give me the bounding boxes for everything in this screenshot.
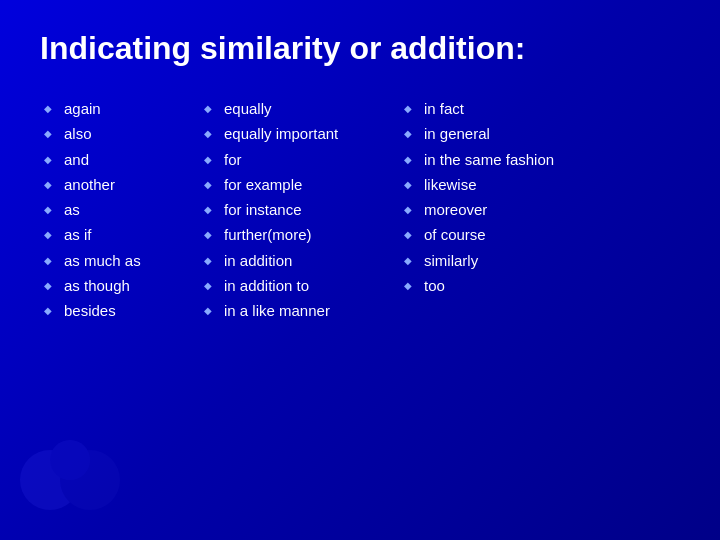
list-item: ◆for example <box>200 173 400 196</box>
list-item: ◆also <box>40 122 200 145</box>
item-label: as <box>64 198 80 221</box>
item-label: in a like manner <box>224 299 330 322</box>
column-3: ◆in fact◆in general◆in the same fashion◆… <box>400 97 600 299</box>
bullet-icon: ◆ <box>40 128 56 139</box>
bullet-icon: ◆ <box>200 179 216 190</box>
item-label: moreover <box>424 198 487 221</box>
item-label: in the same fashion <box>424 148 554 171</box>
item-label: of course <box>424 223 486 246</box>
bullet-icon: ◆ <box>400 204 416 215</box>
decorative-shape <box>20 440 140 520</box>
item-label: for instance <box>224 198 302 221</box>
bullet-icon: ◆ <box>40 204 56 215</box>
item-label: further(more) <box>224 223 312 246</box>
item-label: again <box>64 97 101 120</box>
list-item: ◆for <box>200 148 400 171</box>
bullet-icon: ◆ <box>40 229 56 240</box>
bullet-icon: ◆ <box>400 229 416 240</box>
item-label: equally important <box>224 122 338 145</box>
list-item: ◆further(more) <box>200 223 400 246</box>
bullet-icon: ◆ <box>400 154 416 165</box>
list-item: ◆in the same fashion <box>400 148 600 171</box>
columns-container: ◆again◆also◆and◆another◆as◆as if◆as much… <box>40 97 680 324</box>
bullet-icon: ◆ <box>40 305 56 316</box>
list-item: ◆in a like manner <box>200 299 400 322</box>
bullet-icon: ◆ <box>200 305 216 316</box>
list-item: ◆as <box>40 198 200 221</box>
list-item: ◆another <box>40 173 200 196</box>
slide-title: Indicating similarity or addition: <box>40 30 680 67</box>
list-item: ◆equally important <box>200 122 400 145</box>
list-item: ◆as if <box>40 223 200 246</box>
item-label: for <box>224 148 242 171</box>
item-label: too <box>424 274 445 297</box>
item-label: also <box>64 122 92 145</box>
item-label: another <box>64 173 115 196</box>
item-label: likewise <box>424 173 477 196</box>
bullet-icon: ◆ <box>200 280 216 291</box>
list-item: ◆as though <box>40 274 200 297</box>
bullet-icon: ◆ <box>200 255 216 266</box>
bullet-icon: ◆ <box>400 103 416 114</box>
item-label: equally <box>224 97 272 120</box>
list-item: ◆too <box>400 274 600 297</box>
list-item: ◆moreover <box>400 198 600 221</box>
bullet-icon: ◆ <box>200 154 216 165</box>
bullet-icon: ◆ <box>40 280 56 291</box>
item-label: as if <box>64 223 92 246</box>
bullet-icon: ◆ <box>400 179 416 190</box>
list-item: ◆in addition to <box>200 274 400 297</box>
slide: Indicating similarity or addition: ◆agai… <box>0 0 720 540</box>
list-item: ◆similarly <box>400 249 600 272</box>
list-item: ◆again <box>40 97 200 120</box>
item-label: in fact <box>424 97 464 120</box>
item-label: similarly <box>424 249 478 272</box>
item-label: as much as <box>64 249 141 272</box>
list-item: ◆besides <box>40 299 200 322</box>
bullet-icon: ◆ <box>400 128 416 139</box>
list-item: ◆equally <box>200 97 400 120</box>
item-label: as though <box>64 274 130 297</box>
list-item: ◆in addition <box>200 249 400 272</box>
bullet-icon: ◆ <box>40 154 56 165</box>
list-item: ◆as much as <box>40 249 200 272</box>
svg-point-2 <box>50 440 90 480</box>
bullet-icon: ◆ <box>200 229 216 240</box>
bullet-icon: ◆ <box>400 280 416 291</box>
item-label: in addition to <box>224 274 309 297</box>
item-label: besides <box>64 299 116 322</box>
item-label: in addition <box>224 249 292 272</box>
bullet-icon: ◆ <box>200 103 216 114</box>
list-item: ◆and <box>40 148 200 171</box>
list-item: ◆in general <box>400 122 600 145</box>
item-label: and <box>64 148 89 171</box>
item-label: for example <box>224 173 302 196</box>
column-1: ◆again◆also◆and◆another◆as◆as if◆as much… <box>40 97 200 324</box>
bullet-icon: ◆ <box>40 179 56 190</box>
list-item: ◆for instance <box>200 198 400 221</box>
item-label: in general <box>424 122 490 145</box>
bullet-icon: ◆ <box>400 255 416 266</box>
bullet-icon: ◆ <box>200 128 216 139</box>
bullet-icon: ◆ <box>200 204 216 215</box>
bullet-icon: ◆ <box>40 255 56 266</box>
bullet-icon: ◆ <box>40 103 56 114</box>
list-item: ◆in fact <box>400 97 600 120</box>
list-item: ◆likewise <box>400 173 600 196</box>
list-item: ◆of course <box>400 223 600 246</box>
column-2: ◆equally◆equally important◆for◆for examp… <box>200 97 400 324</box>
